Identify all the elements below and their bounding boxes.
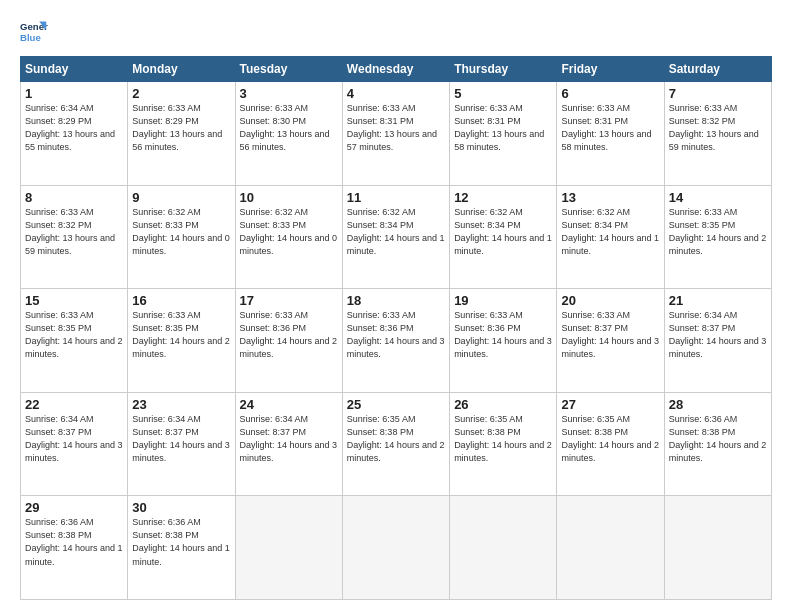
calendar-cell: 8Sunrise: 6:33 AM Sunset: 8:32 PM Daylig… [21,185,128,289]
day-number: 27 [561,397,659,412]
calendar-cell: 6Sunrise: 6:33 AM Sunset: 8:31 PM Daylig… [557,82,664,186]
day-number: 14 [669,190,767,205]
calendar-cell: 1Sunrise: 6:34 AM Sunset: 8:29 PM Daylig… [21,82,128,186]
day-info: Sunrise: 6:34 AM Sunset: 8:37 PM Dayligh… [132,413,230,465]
day-number: 9 [132,190,230,205]
calendar-cell: 23Sunrise: 6:34 AM Sunset: 8:37 PM Dayli… [128,392,235,496]
day-number: 28 [669,397,767,412]
calendar-cell: 28Sunrise: 6:36 AM Sunset: 8:38 PM Dayli… [664,392,771,496]
weekday-header-monday: Monday [128,57,235,82]
day-info: Sunrise: 6:33 AM Sunset: 8:36 PM Dayligh… [454,309,552,361]
day-info: Sunrise: 6:33 AM Sunset: 8:31 PM Dayligh… [347,102,445,154]
day-number: 4 [347,86,445,101]
weekday-header-saturday: Saturday [664,57,771,82]
day-number: 20 [561,293,659,308]
logo: General Blue [20,18,48,46]
calendar-cell: 22Sunrise: 6:34 AM Sunset: 8:37 PM Dayli… [21,392,128,496]
calendar-cell: 18Sunrise: 6:33 AM Sunset: 8:36 PM Dayli… [342,289,449,393]
day-info: Sunrise: 6:35 AM Sunset: 8:38 PM Dayligh… [347,413,445,465]
calendar-cell: 12Sunrise: 6:32 AM Sunset: 8:34 PM Dayli… [450,185,557,289]
weekday-header-sunday: Sunday [21,57,128,82]
day-info: Sunrise: 6:33 AM Sunset: 8:35 PM Dayligh… [25,309,123,361]
day-info: Sunrise: 6:33 AM Sunset: 8:31 PM Dayligh… [454,102,552,154]
calendar-cell: 29Sunrise: 6:36 AM Sunset: 8:38 PM Dayli… [21,496,128,600]
logo-icon: General Blue [20,18,48,46]
day-number: 16 [132,293,230,308]
page-header: General Blue [20,18,772,46]
calendar-cell: 24Sunrise: 6:34 AM Sunset: 8:37 PM Dayli… [235,392,342,496]
day-number: 2 [132,86,230,101]
day-info: Sunrise: 6:35 AM Sunset: 8:38 PM Dayligh… [454,413,552,465]
day-number: 7 [669,86,767,101]
day-number: 10 [240,190,338,205]
calendar-cell: 3Sunrise: 6:33 AM Sunset: 8:30 PM Daylig… [235,82,342,186]
calendar-cell: 13Sunrise: 6:32 AM Sunset: 8:34 PM Dayli… [557,185,664,289]
calendar-cell: 7Sunrise: 6:33 AM Sunset: 8:32 PM Daylig… [664,82,771,186]
day-info: Sunrise: 6:36 AM Sunset: 8:38 PM Dayligh… [25,516,123,568]
day-info: Sunrise: 6:32 AM Sunset: 8:34 PM Dayligh… [454,206,552,258]
day-number: 11 [347,190,445,205]
day-info: Sunrise: 6:34 AM Sunset: 8:29 PM Dayligh… [25,102,123,154]
day-info: Sunrise: 6:33 AM Sunset: 8:32 PM Dayligh… [25,206,123,258]
calendar-cell: 17Sunrise: 6:33 AM Sunset: 8:36 PM Dayli… [235,289,342,393]
day-info: Sunrise: 6:33 AM Sunset: 8:30 PM Dayligh… [240,102,338,154]
day-info: Sunrise: 6:33 AM Sunset: 8:37 PM Dayligh… [561,309,659,361]
calendar-cell [664,496,771,600]
day-info: Sunrise: 6:33 AM Sunset: 8:31 PM Dayligh… [561,102,659,154]
day-number: 19 [454,293,552,308]
calendar-cell: 9Sunrise: 6:32 AM Sunset: 8:33 PM Daylig… [128,185,235,289]
day-info: Sunrise: 6:32 AM Sunset: 8:34 PM Dayligh… [347,206,445,258]
calendar-cell [450,496,557,600]
day-number: 18 [347,293,445,308]
weekday-header-friday: Friday [557,57,664,82]
calendar-cell [235,496,342,600]
calendar-cell: 15Sunrise: 6:33 AM Sunset: 8:35 PM Dayli… [21,289,128,393]
calendar-cell: 4Sunrise: 6:33 AM Sunset: 8:31 PM Daylig… [342,82,449,186]
day-number: 6 [561,86,659,101]
day-number: 15 [25,293,123,308]
svg-text:Blue: Blue [20,32,41,43]
weekday-header-tuesday: Tuesday [235,57,342,82]
day-info: Sunrise: 6:33 AM Sunset: 8:36 PM Dayligh… [240,309,338,361]
day-number: 13 [561,190,659,205]
day-number: 26 [454,397,552,412]
day-number: 21 [669,293,767,308]
calendar-cell: 27Sunrise: 6:35 AM Sunset: 8:38 PM Dayli… [557,392,664,496]
calendar-cell: 10Sunrise: 6:32 AM Sunset: 8:33 PM Dayli… [235,185,342,289]
day-number: 12 [454,190,552,205]
day-number: 3 [240,86,338,101]
calendar-cell: 20Sunrise: 6:33 AM Sunset: 8:37 PM Dayli… [557,289,664,393]
day-info: Sunrise: 6:32 AM Sunset: 8:34 PM Dayligh… [561,206,659,258]
calendar-table: SundayMondayTuesdayWednesdayThursdayFrid… [20,56,772,600]
day-number: 17 [240,293,338,308]
day-number: 22 [25,397,123,412]
day-info: Sunrise: 6:33 AM Sunset: 8:35 PM Dayligh… [132,309,230,361]
calendar-cell: 5Sunrise: 6:33 AM Sunset: 8:31 PM Daylig… [450,82,557,186]
day-info: Sunrise: 6:32 AM Sunset: 8:33 PM Dayligh… [240,206,338,258]
day-info: Sunrise: 6:35 AM Sunset: 8:38 PM Dayligh… [561,413,659,465]
weekday-header-wednesday: Wednesday [342,57,449,82]
day-number: 1 [25,86,123,101]
day-number: 23 [132,397,230,412]
calendar-cell: 14Sunrise: 6:33 AM Sunset: 8:35 PM Dayli… [664,185,771,289]
day-info: Sunrise: 6:33 AM Sunset: 8:29 PM Dayligh… [132,102,230,154]
day-number: 24 [240,397,338,412]
day-info: Sunrise: 6:33 AM Sunset: 8:32 PM Dayligh… [669,102,767,154]
day-info: Sunrise: 6:33 AM Sunset: 8:35 PM Dayligh… [669,206,767,258]
calendar-cell: 21Sunrise: 6:34 AM Sunset: 8:37 PM Dayli… [664,289,771,393]
calendar-cell: 19Sunrise: 6:33 AM Sunset: 8:36 PM Dayli… [450,289,557,393]
day-info: Sunrise: 6:34 AM Sunset: 8:37 PM Dayligh… [240,413,338,465]
day-number: 30 [132,500,230,515]
day-info: Sunrise: 6:33 AM Sunset: 8:36 PM Dayligh… [347,309,445,361]
calendar-cell [342,496,449,600]
day-number: 5 [454,86,552,101]
day-number: 25 [347,397,445,412]
day-info: Sunrise: 6:32 AM Sunset: 8:33 PM Dayligh… [132,206,230,258]
day-info: Sunrise: 6:34 AM Sunset: 8:37 PM Dayligh… [25,413,123,465]
day-number: 8 [25,190,123,205]
calendar-cell: 26Sunrise: 6:35 AM Sunset: 8:38 PM Dayli… [450,392,557,496]
day-info: Sunrise: 6:36 AM Sunset: 8:38 PM Dayligh… [132,516,230,568]
day-info: Sunrise: 6:34 AM Sunset: 8:37 PM Dayligh… [669,309,767,361]
calendar-cell: 25Sunrise: 6:35 AM Sunset: 8:38 PM Dayli… [342,392,449,496]
calendar-cell: 11Sunrise: 6:32 AM Sunset: 8:34 PM Dayli… [342,185,449,289]
